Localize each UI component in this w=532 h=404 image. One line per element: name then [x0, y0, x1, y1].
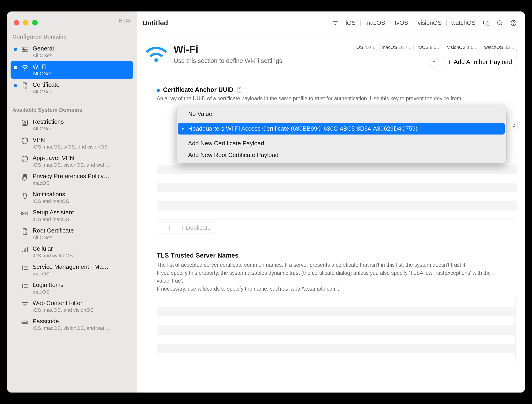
sidebar-item-title: Passcode	[33, 318, 109, 325]
minimize-window-button[interactable]	[23, 20, 28, 25]
table-row[interactable]	[157, 316, 515, 326]
search-icon[interactable]	[495, 18, 504, 28]
field-help-icon[interactable]: ?	[237, 87, 242, 93]
svg-rect-7	[24, 213, 26, 214]
sidebar: Beta Configured Domains GeneralAll OSesW…	[7, 12, 137, 392]
list-icon	[21, 264, 29, 272]
sidebar-item-privacy-preferences-policy-[interactable]: Privacy Preferences Policy…macOS	[11, 170, 133, 189]
configured-domains-label: Configured Domains	[9, 28, 135, 43]
svg-point-3	[24, 69, 26, 71]
zoom-window-button[interactable]	[32, 20, 38, 25]
device-icon[interactable]	[481, 18, 491, 28]
table-row[interactable]	[157, 201, 517, 210]
svg-point-19	[336, 21, 337, 22]
table-row[interactable]	[157, 307, 515, 316]
sidebar-item-title: Privacy Preferences Policy…	[33, 173, 109, 180]
svg-point-12	[22, 284, 23, 285]
sidebar-item-certificate[interactable]: CertificateAll OSes	[11, 79, 133, 97]
svg-point-13	[22, 286, 23, 286]
dropdown-option-selected[interactable]: Headquarters Wi-Fi Access Certificate (6…	[178, 123, 505, 134]
wifi-icon	[21, 63, 29, 72]
table-row[interactable]	[157, 326, 515, 335]
table-row[interactable]	[157, 335, 515, 344]
dropdown-separator	[180, 121, 502, 121]
table-row[interactable]	[157, 183, 517, 192]
svg-point-2	[23, 51, 25, 52]
sidebar-item-subtitle: iOS, macOS, and visionOS	[33, 307, 94, 313]
table-row[interactable]	[157, 353, 515, 362]
sidebar-item-passcode[interactable]: PasscodeiOS, macOS, visionOS, and wat…	[11, 316, 133, 334]
sidebar-item-app-layer-vpn[interactable]: App-Layer VPNiOS, macOS, visionOS, and w…	[11, 152, 133, 170]
bowtie-icon	[21, 209, 29, 218]
dropdown-option-add-cert[interactable]: Add New Certificate Payload	[178, 138, 505, 149]
sidebar-item-title: Notifications	[33, 191, 69, 198]
sidebar-item-subtitle: macOS	[33, 271, 109, 277]
os-version-badges: iOS4.0 ↓macOS10.7 ↓tvOS9.0 ↓visionOS1.0 …	[353, 44, 517, 51]
sidebar-item-general[interactable]: GeneralAll OSes	[11, 43, 133, 61]
separator	[360, 20, 361, 26]
configured-indicator-dot	[14, 84, 17, 87]
dropdown-stepper-icon[interactable]	[510, 121, 518, 130]
shieldo-icon	[21, 155, 29, 163]
sidebar-item-login-items[interactable]: Login ItemsmacOS	[11, 279, 133, 297]
table-row[interactable]	[157, 174, 517, 183]
certificate-uuid-table[interactable]	[157, 155, 517, 220]
sidebar-item-vpn[interactable]: VPNiOS, macOS, tvOS, and visionOS	[11, 134, 133, 152]
close-window-button[interactable]	[14, 20, 19, 25]
dropdown-option-add-root-cert[interactable]: Add New Root Certificate Payload	[178, 149, 505, 161]
sidebar-item-restrictions[interactable]: RestrictionsAll OSes	[11, 116, 133, 134]
field-title: Certificate Anchor UUID	[163, 86, 234, 93]
svg-rect-6	[24, 123, 26, 125]
svg-point-18	[26, 322, 27, 323]
sidebar-item-cellular[interactable]: CellulariOS and watchOS	[11, 243, 133, 261]
table-row[interactable]	[157, 344, 515, 353]
sidebar-item-title: Certificate	[33, 81, 59, 88]
os-tabs: iOSmacOStvOSvisionOSwatchOS	[344, 19, 477, 26]
add-payload-button[interactable]: + Add Another Payload	[443, 56, 517, 68]
add-row-button[interactable]: ＋	[160, 224, 166, 232]
help-icon[interactable]	[509, 18, 518, 28]
field2-title: TLS Trusted Server Names	[157, 252, 517, 259]
app-window: Beta Configured Domains GeneralAll OSesW…	[7, 12, 525, 392]
os-tab-visionos[interactable]: visionOS	[416, 19, 443, 26]
configured-indicator-dot	[14, 66, 17, 69]
svg-point-10	[22, 268, 23, 268]
svg-point-16	[23, 322, 24, 323]
certificate-dropdown-menu[interactable]: No Value Headquarters Wi-Fi Access Certi…	[176, 106, 506, 163]
sidebar-item-wi-fi[interactable]: Wi-FiAll OSes	[11, 61, 133, 79]
table-row[interactable]	[157, 298, 515, 307]
remove-row-button[interactable]: －	[173, 224, 179, 232]
sidebar-item-title: General	[33, 45, 54, 52]
sidebar-item-root-certificate[interactable]: Root CertificateAll OSes	[11, 225, 133, 243]
filter-icon[interactable]	[331, 18, 340, 28]
sidebar-item-subtitle: All OSes	[33, 89, 59, 95]
section-description: Use this section to define Wi-Fi setting…	[174, 57, 282, 64]
tls-names-table[interactable]	[157, 298, 515, 362]
sidebar-item-setup-assistant[interactable]: Setup AssistantiOS and macOS	[11, 207, 133, 225]
document-title: Untitled	[142, 19, 168, 27]
table-row[interactable]	[157, 210, 517, 220]
list-icon	[21, 282, 29, 290]
svg-rect-21	[487, 22, 489, 25]
table-row[interactable]	[157, 164, 517, 174]
sidebar-item-title: Web Content Filter	[33, 300, 94, 307]
configured-domains-list: GeneralAll OSesWi-FiAll OSesCertificateA…	[9, 43, 135, 97]
section-help-button[interactable]	[429, 57, 439, 68]
lock-icon	[21, 119, 29, 127]
shield-icon	[21, 137, 29, 145]
sidebar-item-title: Service Management - Ma…	[33, 263, 109, 270]
sidebar-item-service-management-ma-[interactable]: Service Management - Ma…macOS	[11, 261, 133, 279]
sidebar-item-web-content-filter[interactable]: Web Content FilteriOS, macOS, and vision…	[11, 297, 133, 316]
os-tab-tvos[interactable]: tvOS	[393, 19, 410, 26]
bell-icon	[21, 191, 29, 200]
os-tab-watchos[interactable]: watchOS	[450, 19, 477, 26]
sidebar-item-notifications[interactable]: NotificationsiOS and macOS	[11, 189, 133, 207]
svg-point-0	[23, 47, 24, 49]
separator	[390, 20, 390, 26]
os-tab-macos[interactable]: macOS	[364, 19, 387, 26]
os-tab-ios[interactable]: iOS	[344, 19, 357, 26]
table-row[interactable]	[157, 192, 517, 201]
duplicate-row-button[interactable]: Duplicate	[186, 224, 211, 231]
dropdown-option-no-value[interactable]: No Value	[178, 108, 505, 120]
plus-icon: +	[448, 58, 452, 66]
